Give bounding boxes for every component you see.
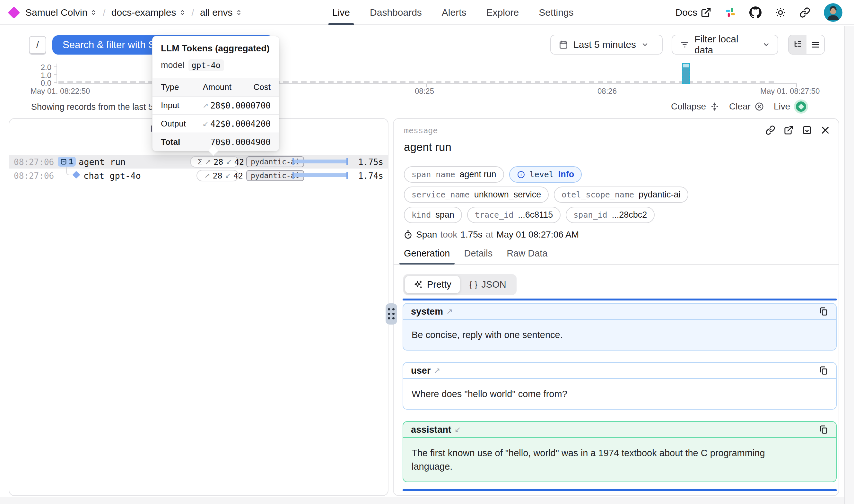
env-selector[interactable]: all envs (200, 7, 242, 18)
breadcrumb-separator: / (190, 7, 196, 18)
live-indicator-icon (794, 100, 808, 114)
direction-arrow: ↗ (446, 307, 453, 316)
llm-tokens-tooltip: LLM Tokens (aggregated) model gpt-4o Typ… (152, 36, 279, 151)
sum-sigma: Σ (198, 157, 203, 166)
filter-local-data-dropdown[interactable]: Filter local data (672, 35, 778, 55)
braces-icon: { } (469, 280, 478, 290)
chevron-updown-icon (179, 8, 186, 17)
message-card-assistant: assistant ↙ The first known use of "hell… (403, 421, 837, 482)
dock-panel-bottom-icon[interactable] (802, 125, 812, 135)
user-avatar[interactable] (824, 3, 842, 22)
pretty-toggle-button[interactable]: Pretty (405, 276, 460, 293)
message-card-system: system ↗ Be concise, reply with one sent… (403, 303, 837, 350)
nav-tab-live[interactable]: Live (332, 0, 350, 25)
page-scrollbar-track[interactable] (844, 26, 854, 504)
duration-bar (292, 160, 348, 163)
env-name: all envs (200, 7, 233, 18)
time-range-value: Last 5 minutes (574, 39, 636, 50)
model-key: model (161, 60, 185, 70)
chevron-down-icon (641, 41, 649, 49)
token-count-pill[interactable]: Σ ↗28 ↙42 (190, 156, 239, 167)
badge-span-name[interactable]: span_nameagent run (404, 166, 504, 183)
trace-list-panel: No older records to show 08:27:06 1 agen… (9, 118, 388, 496)
collapse-vertical-icon (710, 102, 720, 111)
x-tick-0825: 08:25 (415, 87, 434, 96)
search-shortcut-key[interactable]: / (29, 36, 46, 54)
nav-tab-alerts[interactable]: Alerts (442, 0, 467, 25)
collapse-children-badge[interactable]: 1 (58, 157, 76, 167)
docs-link[interactable]: Docs (675, 7, 711, 18)
chevron-updown-icon (235, 8, 242, 17)
token-count-pill[interactable]: ↗28 ↙42 (197, 170, 239, 181)
copy-icon[interactable] (819, 366, 828, 375)
trace-timestamp: 08:27:06 (14, 171, 54, 181)
badge-trace-id[interactable]: trace_id...6c8115 (467, 207, 561, 223)
github-icon[interactable] (749, 6, 762, 19)
external-link-icon (701, 7, 711, 18)
message-text: Be concise, reply with one sentence. (403, 320, 804, 350)
clear-button[interactable]: Clear (729, 102, 764, 112)
timeline-spike-bar[interactable] (682, 63, 690, 84)
badge-kind[interactable]: kindspan (404, 207, 462, 223)
json-toggle-button[interactable]: { } JSON (461, 276, 515, 293)
tokens-table: Type Amount Cost Input ↗28 $0.0000700 Ou… (152, 78, 279, 151)
breadcrumb-separator: / (102, 7, 107, 18)
nav-tab-dashboards[interactable]: Dashboards (370, 0, 422, 25)
nav-tab-explore[interactable]: Explore (486, 0, 519, 25)
live-toggle[interactable]: Live (774, 100, 808, 114)
badge-level-info[interactable]: levelInfo (509, 166, 582, 183)
record-kind-label: message (404, 126, 438, 135)
badge-service-name[interactable]: service_nameunknown_service (404, 186, 549, 203)
nav-tab-settings[interactable]: Settings (539, 0, 574, 25)
collapse-button[interactable]: Collapse (671, 102, 720, 112)
model-value: gpt-4o (188, 59, 224, 71)
open-in-new-icon[interactable] (784, 125, 794, 135)
input-arrow: ↗ (203, 102, 208, 110)
list-view-button[interactable] (806, 35, 824, 54)
span-detail-panel: message agent run span_nameagent run lev… (393, 118, 839, 496)
org-name: Samuel Colvin (25, 7, 87, 18)
output-arrow: ↙ (203, 120, 208, 128)
records-controls: Collapse Clear Live (671, 100, 808, 114)
project-selector[interactable]: docs-examples (111, 7, 186, 18)
sparkles-icon (414, 280, 423, 290)
tab-raw-data[interactable]: Raw Data (507, 248, 547, 265)
main-nav: Live Dashboards Alerts Explore Settings (332, 0, 574, 25)
span-name: agent run (79, 157, 126, 167)
role-label: user ↗ (411, 365, 440, 376)
tokens-row-total: Total 70 $0.0004900 (152, 132, 279, 151)
direction-arrow: ↗ (434, 366, 440, 375)
share-link-icon[interactable] (799, 7, 810, 18)
logfire-live-page: Samuel Colvin / docs-examples / all envs… (0, 0, 854, 504)
list-view-icon (811, 40, 820, 50)
panel-resize-handle[interactable] (386, 303, 397, 325)
render-mode-toggle: Pretty { } JSON (403, 274, 516, 295)
close-icon[interactable] (820, 125, 830, 135)
input-arrow: ↗ (204, 172, 210, 180)
tokens-row-output: Output ↙42 $0.0004200 (152, 114, 279, 132)
duration-text: 1.74s (358, 171, 383, 181)
input-tokens: 28 (213, 171, 222, 180)
theme-sun-icon[interactable] (775, 7, 786, 18)
copy-icon[interactable] (819, 307, 828, 316)
badge-span-id[interactable]: span_id...28cbc2 (566, 207, 655, 223)
tree-view-icon (793, 40, 803, 50)
x-start-label: May 01. 08:22:50 (31, 87, 90, 96)
output-tokens: 42 (234, 157, 244, 167)
tree-view-button[interactable] (789, 35, 806, 54)
message-card-user: user ↗ Where does "hello world" come fro… (403, 362, 837, 410)
detail-panel-actions (765, 125, 830, 135)
slack-icon[interactable] (725, 7, 736, 18)
tab-generation[interactable]: Generation (404, 248, 450, 265)
project-name: docs-examples (111, 7, 176, 18)
chevron-down-icon (763, 41, 770, 49)
pydantic-logo-icon (8, 6, 20, 19)
time-range-dropdown[interactable]: Last 5 minutes (550, 35, 662, 55)
view-mode-toggle (788, 35, 825, 55)
tab-details[interactable]: Details (464, 248, 493, 265)
copy-icon[interactable] (819, 425, 828, 434)
copy-link-icon[interactable] (765, 125, 775, 135)
badge-otel-scope-name[interactable]: otel_scope_namepydantic-ai (554, 186, 688, 203)
output-arrow: ↙ (225, 172, 231, 180)
org-selector[interactable]: Samuel Colvin (25, 7, 97, 18)
